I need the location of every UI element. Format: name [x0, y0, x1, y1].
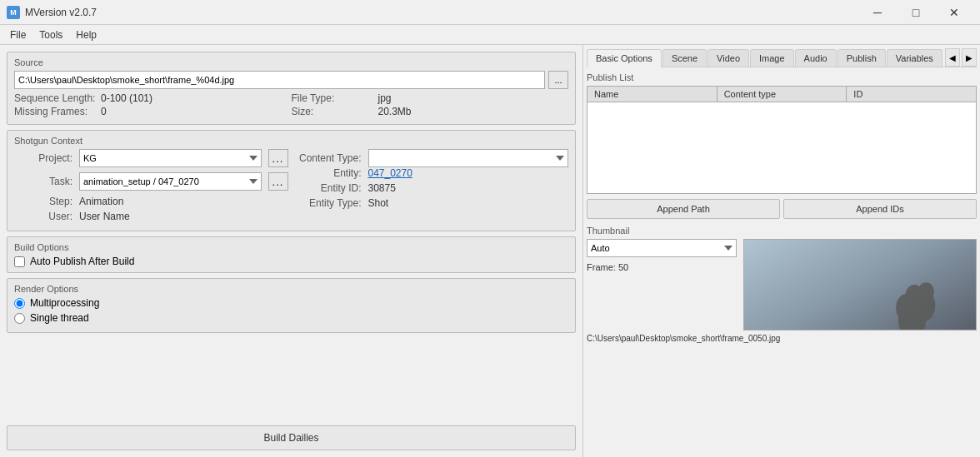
append-ids-button[interactable]: Append IDs — [783, 199, 977, 219]
user-label: User: — [14, 211, 72, 222]
sequence-length-label: Sequence Length: — [14, 92, 98, 104]
tab-audio[interactable]: Audio — [795, 49, 837, 67]
entity-type-row: Entity Type: Shot — [295, 197, 569, 209]
missing-frames-label: Missing Frames: — [14, 106, 98, 117]
auto-publish-row: Auto Publish After Build — [14, 256, 568, 267]
minimize-button[interactable]: ─ — [858, 0, 897, 25]
menu-bar: File Tools Help — [0, 25, 980, 45]
thumbnail-row: Auto Frame: 50 — [587, 239, 977, 330]
thumbnail-controls: Auto Frame: 50 — [587, 239, 737, 272]
app-icon: M — [7, 6, 20, 19]
title-bar: M MVersion v2.0.7 ─ □ ✕ — [0, 0, 980, 25]
menu-help[interactable]: Help — [69, 27, 103, 42]
browse-button[interactable]: ... — [548, 71, 568, 89]
project-label: Project: — [14, 152, 72, 164]
svg-point-4 — [918, 282, 934, 301]
tab-nav-left[interactable]: ◀ — [945, 48, 960, 67]
shotgun-right-form: Content Type: Entity: 047_0270 Entity ID… — [295, 149, 569, 226]
maximize-button[interactable]: □ — [897, 0, 935, 25]
multiprocessing-label[interactable]: Multiprocessing — [30, 297, 99, 309]
step-label: Step: — [14, 196, 72, 207]
close-button[interactable]: ✕ — [935, 0, 973, 25]
publish-table-header: Name Content type ID — [588, 87, 976, 102]
app-title: MVersion v2.0.7 — [25, 7, 858, 18]
file-type-row: File Type: jpg — [292, 92, 569, 104]
append-path-button[interactable]: Append Path — [587, 199, 780, 219]
window-controls: ─ □ ✕ — [858, 0, 973, 25]
thumbnail-preview — [743, 239, 977, 330]
multiprocessing-radio[interactable] — [14, 298, 25, 309]
entity-id-label: Entity ID: — [295, 182, 362, 194]
content-type-select[interactable] — [368, 149, 569, 167]
step-row: Step: Animation — [14, 196, 288, 207]
publish-list-label: Publish List — [587, 72, 977, 82]
user-value: User Name — [79, 211, 130, 222]
publish-table: Name Content type ID — [587, 86, 977, 194]
svg-point-5 — [896, 294, 917, 321]
source-path-row: ... — [14, 71, 568, 89]
main-container: Source ... Sequence Length: 0-100 (101) … — [0, 45, 980, 457]
svg-rect-0 — [744, 240, 976, 330]
source-info-right: File Type: jpg Size: 20.3Mb — [292, 92, 569, 119]
entity-id-value: 30875 — [368, 182, 396, 194]
thumbnail-label: Thumbnail — [587, 226, 977, 236]
tab-scene[interactable]: Scene — [662, 49, 707, 67]
size-value: 20.3Mb — [378, 106, 412, 117]
tab-image[interactable]: Image — [750, 49, 794, 67]
task-select[interactable]: animation_setup / 047_0270 — [79, 172, 262, 191]
right-panel: Basic Options Scene Video Image Audio Pu… — [583, 45, 980, 457]
source-info: Sequence Length: 0-100 (101) Missing Fra… — [14, 92, 568, 119]
content-type-label: Content Type: — [295, 152, 362, 164]
missing-frames-row: Missing Frames: 0 — [14, 106, 292, 117]
auto-publish-checkbox[interactable] — [14, 256, 25, 267]
tab-publish[interactable]: Publish — [838, 49, 886, 67]
thumbnail-frame-label: Frame: 50 — [587, 262, 737, 272]
publish-table-body — [588, 102, 976, 189]
task-dots-button[interactable]: ... — [268, 172, 288, 191]
source-path-input[interactable] — [14, 71, 545, 89]
project-dots-button[interactable]: ... — [268, 149, 288, 167]
smoke-svg — [744, 240, 976, 330]
thumbnail-mode-select[interactable]: Auto — [587, 239, 737, 257]
entity-value[interactable]: 047_0270 — [368, 167, 412, 179]
size-label: Size: — [292, 106, 375, 117]
file-type-value: jpg — [378, 92, 392, 104]
thumbnail-image — [744, 240, 976, 330]
single-thread-radio[interactable] — [14, 313, 25, 324]
shotgun-form: Project: KG ... Task: animation_setup / … — [14, 149, 568, 226]
build-options-header: Build Options — [14, 242, 568, 252]
entity-type-value: Shot — [368, 197, 389, 209]
project-row: Project: KG ... — [14, 149, 288, 167]
project-select[interactable]: KG — [79, 149, 262, 167]
publish-col-name-header: Name — [588, 87, 718, 102]
menu-tools[interactable]: Tools — [32, 27, 69, 42]
multiprocessing-row: Multiprocessing — [14, 297, 568, 309]
step-value: Animation — [79, 196, 123, 207]
file-type-label: File Type: — [292, 92, 375, 104]
left-panel: Source ... Sequence Length: 0-100 (101) … — [0, 45, 583, 457]
entity-row: Entity: 047_0270 — [295, 167, 569, 179]
auto-publish-label[interactable]: Auto Publish After Build — [30, 256, 134, 267]
sequence-length-row: Sequence Length: 0-100 (101) — [14, 92, 292, 104]
tab-variables[interactable]: Variables — [887, 49, 942, 67]
shotgun-left-form: Project: KG ... Task: animation_setup / … — [14, 149, 288, 226]
menu-file[interactable]: File — [3, 27, 32, 42]
task-label: Task: — [14, 176, 72, 187]
user-row: User: User Name — [14, 211, 288, 222]
entity-label: Entity: — [295, 167, 362, 179]
sequence-length-value: 0-100 (101) — [101, 92, 152, 104]
shotgun-header: Shotgun Context — [14, 136, 568, 146]
tab-video[interactable]: Video — [708, 49, 749, 67]
single-thread-label[interactable]: Single thread — [30, 312, 89, 324]
source-header: Source — [14, 57, 568, 67]
render-options-section: Render Options Multiprocessing Single th… — [7, 278, 576, 333]
tab-nav-right[interactable]: ▶ — [962, 48, 977, 67]
tab-basic-options[interactable]: Basic Options — [587, 49, 662, 67]
render-options-header: Render Options — [14, 284, 568, 294]
thumbnail-path: C:\Users\paul\Desktop\smoke_short\frame_… — [587, 334, 977, 343]
tabs-bar: Basic Options Scene Video Image Audio Pu… — [587, 48, 977, 67]
missing-frames-value: 0 — [101, 106, 107, 117]
publish-col-type-header: Content type — [718, 87, 848, 102]
build-dailies-button[interactable]: Build Dailies — [7, 425, 576, 450]
shotgun-section: Shotgun Context Project: KG ... Task: an… — [7, 130, 576, 231]
